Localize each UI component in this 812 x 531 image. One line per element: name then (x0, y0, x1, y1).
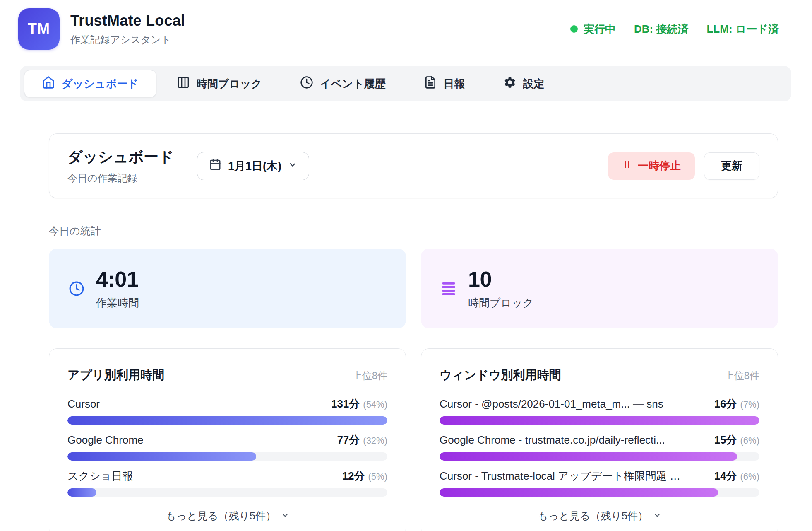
bar-percent: (32%) (363, 435, 387, 446)
bar-minutes: 131分 (331, 397, 360, 411)
stat-value: 4:01 (96, 267, 139, 292)
bar-label: Google Chrome (67, 434, 144, 447)
chevron-down-icon (653, 510, 661, 522)
stat-cards: 4:01 作業時間 10 時間ブロック (49, 249, 778, 328)
bar-fill (440, 416, 759, 425)
status-db: DB: 接続済 (634, 22, 688, 36)
bar-track (440, 416, 759, 425)
chart-badge: 上位8件 (352, 369, 387, 382)
chart-title: アプリ別利用時間 (67, 367, 164, 384)
bar-track (67, 416, 387, 425)
bar-percent: (7%) (740, 399, 759, 410)
bar-fill (67, 452, 256, 461)
stat-label: 時間ブロック (468, 296, 533, 310)
bar-minutes: 16分 (714, 397, 737, 411)
dashboard-header-card: ダッシュボード 今日の作業記録 1月1日(木) 一時停止 (49, 133, 778, 198)
calendar-icon (209, 158, 221, 174)
stat-card-work-time: 4:01 作業時間 (49, 249, 406, 328)
main-content: ダッシュボード 今日の作業記録 1月1日(木) 一時停止 (0, 110, 812, 531)
nav-section: ダッシュボード 時間ブロック イベント履歴 日報 (0, 59, 812, 110)
lines-icon (441, 281, 456, 297)
stat-label: 作業時間 (96, 296, 139, 310)
clock-icon (300, 76, 313, 92)
usage-bar-row: Google Chrome - trustmate.co.jp/daily-re… (440, 433, 759, 461)
date-picker-button[interactable]: 1月1日(木) (197, 152, 309, 180)
tab-label: 時間ブロック (197, 77, 262, 91)
bar-label: Cursor - Trustmate-local アップデート権限問題 —... (440, 469, 688, 483)
status-llm: LLM: ロード済 (706, 22, 779, 36)
status-dot-icon (570, 25, 578, 33)
page-subtitle: 今日の作業記録 (67, 171, 174, 185)
app-logo: TM (18, 8, 60, 50)
chart-header: ウィンドウ別利用時間 上位8件 (440, 367, 759, 384)
chevron-down-icon (281, 510, 289, 522)
bar-fill (440, 452, 737, 461)
brand-text: TrustMate Local 作業記録アシスタント (70, 12, 185, 46)
bar-percent: (54%) (363, 399, 387, 410)
stat-text: 4:01 作業時間 (96, 267, 139, 310)
pause-label: 一時停止 (638, 159, 681, 173)
refresh-button[interactable]: 更新 (704, 152, 759, 180)
file-text-icon (424, 76, 437, 92)
bar-fill (67, 416, 387, 425)
chart-header: アプリ別利用時間 上位8件 (67, 367, 387, 384)
tab-daily-report[interactable]: 日報 (406, 70, 483, 97)
bar-percent: (6%) (740, 435, 759, 446)
brand: TM TrustMate Local 作業記録アシスタント (18, 8, 185, 50)
home-icon (42, 76, 55, 92)
bar-fill (440, 488, 718, 497)
nav-tabs: ダッシュボード 時間ブロック イベント履歴 日報 (20, 66, 791, 101)
window-usage-card: ウィンドウ別利用時間 上位8件 Cursor - @posts/2026-01-… (421, 348, 778, 531)
bar-label: Cursor - @posts/2026-01-01_meta_m... — s… (440, 398, 663, 410)
bar-fill (67, 488, 96, 497)
bar-label: Cursor (67, 398, 100, 410)
header-actions: 一時停止 更新 (608, 152, 759, 180)
columns-icon (177, 76, 190, 92)
tab-label: イベント履歴 (320, 77, 385, 91)
stat-card-time-blocks: 10 時間ブロック (421, 249, 778, 328)
chevron-down-icon (288, 159, 297, 172)
app-subtitle: 作業記録アシスタント (70, 33, 185, 46)
usage-bar-row: Cursor - @posts/2026-01-01_meta_m... — s… (440, 397, 759, 425)
status-running: 実行中 (570, 22, 616, 36)
page-title: ダッシュボード (67, 147, 174, 167)
stat-text: 10 時間ブロック (468, 267, 533, 310)
stats-section-label: 今日の統計 (49, 224, 778, 238)
usage-charts: アプリ別利用時間 上位8件 Cursor 131分 (54%) (49, 348, 778, 531)
bar-minutes: 15分 (714, 433, 737, 447)
bar-track (440, 488, 759, 497)
show-more-button[interactable]: もっと見る（残り5件） (538, 509, 661, 523)
tab-time-blocks[interactable]: 時間ブロック (159, 70, 280, 97)
bar-percent: (6%) (740, 471, 759, 482)
usage-bar-row: スクショ日報 12分 (5%) (67, 469, 387, 497)
usage-bar-row: Cursor 131分 (54%) (67, 397, 387, 425)
status-running-label: 実行中 (584, 22, 616, 36)
show-more-button[interactable]: もっと見る（残り5件） (166, 509, 289, 523)
clock-icon (69, 281, 84, 297)
date-label: 1月1日(木) (228, 159, 281, 174)
bar-label: スクショ日報 (67, 469, 133, 483)
bar-track (67, 452, 387, 461)
stat-value: 10 (468, 267, 533, 292)
tab-dashboard[interactable]: ダッシュボード (24, 70, 156, 97)
chart-badge: 上位8件 (724, 369, 759, 382)
tab-label: 設定 (523, 77, 545, 91)
show-more-label: もっと見る（残り5件） (538, 509, 648, 523)
gear-icon (503, 76, 517, 92)
bar-minutes: 77分 (337, 433, 360, 447)
bar-minutes: 12分 (342, 469, 365, 483)
show-more-label: もっと見る（残り5件） (166, 509, 276, 523)
tab-settings[interactable]: 設定 (485, 70, 562, 97)
bar-track (440, 452, 759, 461)
usage-bar-row: Google Chrome 77分 (32%) (67, 433, 387, 461)
status-group: 実行中 DB: 接続済 LLM: ロード済 (570, 22, 779, 36)
app-usage-card: アプリ別利用時間 上位8件 Cursor 131分 (54%) (49, 348, 406, 531)
pause-button[interactable]: 一時停止 (608, 152, 695, 180)
page-heading: ダッシュボード 今日の作業記録 (67, 147, 174, 185)
tab-event-history[interactable]: イベント履歴 (282, 70, 403, 97)
app-window: TM TrustMate Local 作業記録アシスタント 実行中 DB: 接続… (0, 0, 812, 531)
app-title: TrustMate Local (70, 12, 185, 29)
usage-bar-row: Cursor - Trustmate-local アップデート権限問題 —...… (440, 469, 759, 497)
pause-icon (622, 159, 632, 172)
bar-percent: (5%) (368, 471, 387, 482)
